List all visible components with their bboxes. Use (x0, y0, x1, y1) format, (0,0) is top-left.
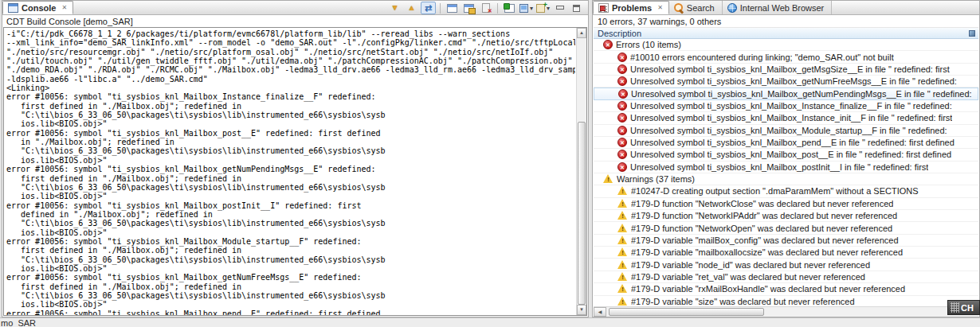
tab-internal-web-browser[interactable]: Internal Web Browser (723, 1, 833, 14)
next-error-button[interactable]: ▼ (387, 2, 402, 14)
error-icon: ✕ (617, 150, 627, 159)
problem-row[interactable]: ✕Unresolved symbol ti_sysbios_knl_Mailbo… (594, 64, 978, 76)
status-text: mo_SAR (1, 318, 36, 327)
problems-view: Problems✕SearchInternal Web Browser 10 e… (592, 0, 980, 317)
warning-icon (617, 224, 628, 233)
problem-label: #179-D function "NetworkIPAddr" was decl… (631, 211, 897, 220)
tab-console-label: Console (22, 3, 56, 13)
minimize-view-button[interactable] (552, 2, 567, 14)
problem-row[interactable]: ✕Unresolved symbol ti_sysbios_knl_Mailbo… (594, 137, 978, 149)
problem-row[interactable]: ✕Unresolved symbol ti_sysbios_knl_Mailbo… (594, 76, 978, 88)
problem-group-row[interactable]: Warnings (37 items) (594, 173, 978, 185)
problem-label: Unresolved symbol ti_sysbios_knl_Mailbox… (630, 101, 952, 111)
console-title: CDT Build Console [demo_SAR] (3, 16, 575, 27)
error-icon: ✕ (617, 76, 627, 86)
scroll-left-icon[interactable]: ◀ (594, 307, 606, 317)
problem-row[interactable]: ✕Unresolved symbol ti_sysbios_knl_Mailbo… (594, 162, 978, 173)
warning-icon (617, 211, 628, 220)
problem-group-row[interactable]: ✕Errors (10 items) (594, 39, 978, 51)
problem-row[interactable]: #179-D variable "size" was declared but … (594, 296, 978, 306)
toolbar-separator (440, 3, 441, 14)
problem-row[interactable]: #179-D variable "node_id" was declared b… (594, 259, 978, 271)
clear-console-button[interactable] (445, 2, 460, 14)
console-output[interactable]: -i"C:/ti/pdk_C6678_1_1_2_6/packages/ti/p… (4, 28, 575, 315)
web-browser-icon (727, 3, 737, 13)
problem-label: #179-D variable "size" was declared but … (631, 297, 855, 306)
problem-row[interactable]: ✕Unresolved symbol ti_sysbios_knl_Mailbo… (594, 112, 978, 124)
tab-label: Problems (612, 3, 652, 13)
warning-icon (617, 199, 628, 208)
problem-group-label: Errors (10 items) (616, 40, 681, 49)
pin-console-icon (504, 4, 515, 13)
problem-row[interactable]: ✕Unresolved symbol ti_sysbios_knl_Mailbo… (594, 125, 978, 137)
problem-label: #179-D variable "rxMailBoxHandle" was de… (631, 284, 905, 294)
ime-label: CH (961, 303, 974, 313)
problem-row[interactable]: ✕Unresolved symbol ti_sysbios_knl_Mailbo… (594, 100, 978, 112)
console-vertical-scrollbar[interactable]: ▲ ▼ (576, 28, 586, 315)
tab-search[interactable]: Search (669, 1, 723, 14)
maximize-view-button[interactable] (569, 2, 584, 14)
problem-row[interactable]: #179-D function "NetworkOpen" was declar… (594, 222, 978, 234)
tab-problems[interactable]: Problems✕ (593, 1, 669, 14)
open-console-icon (536, 4, 545, 13)
close-icon[interactable]: ✕ (61, 4, 67, 11)
minimize-icon (556, 5, 563, 12)
warning-icon (617, 272, 628, 282)
problem-label: #179-D variable "ret_val" was declared b… (631, 272, 865, 282)
column-marker-icon (969, 30, 975, 37)
warning-icon (617, 186, 628, 196)
warning-icon (617, 260, 628, 270)
problem-label: #10247-D creating output section ".dmaPa… (631, 186, 919, 196)
problem-row[interactable]: ✕Unresolved symbol ti_sysbios_knl_Mailbo… (594, 149, 978, 161)
display-console-button[interactable]: ▾ (519, 2, 534, 14)
clear-console-icon (447, 4, 457, 13)
close-console-icon: ✕ (482, 3, 490, 13)
problem-label: Unresolved symbol ti_sysbios_knl_Mailbox… (630, 64, 950, 74)
ime-language-badge[interactable]: CH (947, 300, 980, 315)
console-icon (8, 3, 18, 13)
up-arrow-icon: ▲ (408, 4, 416, 12)
red-x-icon: ✕ (488, 8, 492, 14)
problem-label: #179-D variable "mailboxallocsize" was d… (631, 247, 903, 257)
problem-row[interactable]: #179-D variable "mailBox_config" was dec… (594, 235, 978, 247)
scroll-down-icon[interactable]: ▼ (577, 305, 586, 315)
problem-row[interactable]: ✕#10010 errors encountered during linkin… (594, 51, 978, 63)
show-error-in-editor-toggle[interactable]: ⇄ (421, 2, 436, 14)
toolbar-separator (497, 3, 498, 14)
error-icon: ✕ (603, 40, 613, 49)
eclipse-window: { "icons": { "close": "✕", "down_arrow":… (0, 0, 980, 327)
problem-row[interactable]: #179-D variable "rxMailBoxHandle" was de… (594, 283, 978, 295)
scrollbar-thumb[interactable] (578, 122, 586, 305)
close-icon[interactable]: ✕ (657, 4, 663, 11)
tab-console[interactable]: Console ✕ (2, 1, 73, 14)
warning-icon (603, 174, 613, 184)
problem-row[interactable]: #179-D function "NetworkClose" was decla… (594, 198, 978, 210)
tab-label: Internal Web Browser (740, 3, 825, 13)
error-icon: ✕ (617, 101, 627, 111)
pin-console-button[interactable] (502, 2, 517, 14)
scroll-lock-icon (464, 4, 474, 13)
problems-tabbar: Problems✕SearchInternal Web Browser (593, 1, 979, 15)
close-console-button[interactable]: ✕ (478, 2, 493, 14)
display-console-icon (519, 4, 528, 13)
description-column-header[interactable]: Description (594, 27, 978, 39)
warning-icon (617, 297, 628, 306)
maximize-icon (573, 5, 580, 12)
problems-horizontal-scrollbar[interactable]: ◀ (594, 306, 978, 317)
previous-error-button[interactable]: ▲ (404, 2, 419, 14)
console-text-area[interactable]: -i"C:/ti/pdk_C6678_1_1_2_6/packages/ti/p… (3, 27, 587, 316)
warning-icon (617, 247, 628, 257)
scrollbar-thumb[interactable] (609, 308, 764, 316)
error-icon: ✕ (617, 113, 627, 123)
problem-row[interactable]: #179-D variable "mailboxallocsize" was d… (594, 247, 978, 259)
problem-group-label: Warnings (37 items) (617, 174, 695, 184)
scroll-up-icon[interactable]: ▲ (577, 28, 586, 38)
problem-row[interactable]: #10247-D creating output section ".dmaPa… (594, 185, 978, 197)
open-console-button[interactable]: ▾ (535, 2, 551, 14)
problem-row[interactable]: ✕Unresolved symbol ti_sysbios_knl_Mailbo… (594, 88, 978, 99)
problem-row[interactable]: #179-D variable "ret_val" was declared b… (594, 271, 978, 283)
console-tabbar: Console ✕ ▼ ▲ ⇄ ✕ ▾ ▾ (2, 1, 588, 15)
scroll-lock-button[interactable] (461, 2, 476, 14)
problem-row[interactable]: #179-D function "NetworkIPAddr" was decl… (594, 210, 978, 222)
down-arrow-icon: ▼ (391, 4, 399, 12)
